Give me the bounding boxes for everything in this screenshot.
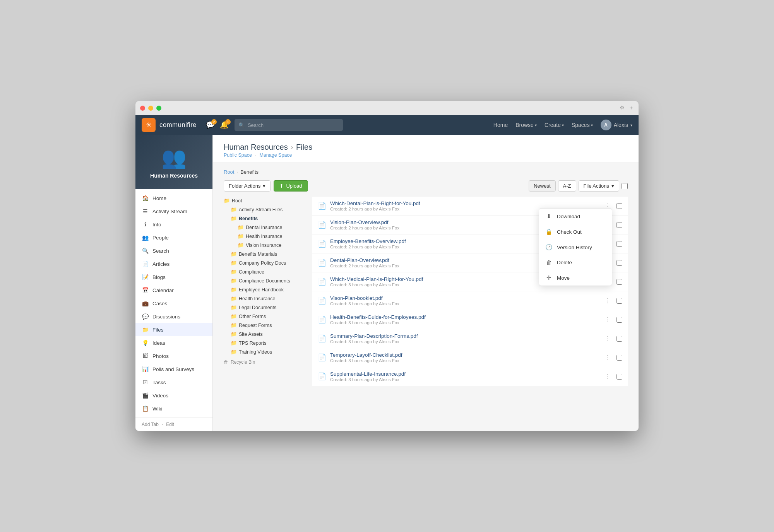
tree-item-employee-handbook[interactable]: 📁 Employee Handbook: [224, 285, 303, 294]
sidebar-item-home[interactable]: 🏠 Home: [135, 192, 212, 205]
context-menu-move[interactable]: ✛ Move: [539, 270, 612, 286]
sidebar-item-calendar[interactable]: 📅 Calendar: [135, 284, 212, 297]
tree-item-dental-insurance[interactable]: 📁 Dental Insurance: [224, 223, 303, 232]
nav-browse[interactable]: Browse ▾: [515, 122, 537, 128]
file-checkbox[interactable]: [616, 222, 622, 228]
pdf-icon: 📄: [318, 296, 326, 305]
sidebar-item-wiki[interactable]: 📋 Wiki: [135, 402, 212, 415]
edit-link[interactable]: Edit: [166, 422, 174, 427]
tree-item-tps-reports[interactable]: 📁 TPS Reports: [224, 339, 303, 347]
sidebar-item-info[interactable]: ℹ Info: [135, 218, 212, 231]
maximize-button[interactable]: [156, 106, 161, 111]
close-button[interactable]: [140, 106, 145, 111]
breadcrumb-root[interactable]: Root: [224, 169, 234, 175]
sidebar-item-discussions[interactable]: 💬 Discussions: [135, 310, 212, 323]
files-sort-area: Newest A-Z File Actions ▾: [529, 180, 628, 192]
manage-space-link[interactable]: Manage Space: [259, 152, 292, 158]
context-menu-checkout[interactable]: 🔒 Check Out: [539, 224, 612, 239]
sidebar-item-cases[interactable]: 💼 Cases: [135, 297, 212, 310]
sidebar-item-activity-stream[interactable]: ☰ Activity Stream: [135, 205, 212, 218]
recycle-bin[interactable]: 🗑 Recycle Bin: [224, 356, 303, 366]
tree-item-compliance[interactable]: 📁 Compliance: [224, 267, 303, 276]
home-icon: 🏠: [142, 195, 149, 201]
file-checkbox[interactable]: [616, 203, 622, 209]
folder-icon: 📁: [231, 287, 237, 293]
photos-icon: 🖼: [142, 353, 149, 359]
context-menu-delete[interactable]: 🗑 Delete: [539, 255, 612, 270]
file-name[interactable]: Temporary-Layoff-Checklist.pdf: [330, 352, 598, 358]
tree-item-legal-documents[interactable]: 📁 Legal Documents: [224, 303, 303, 312]
file-name[interactable]: Summary-Plan-Description-Forms.pdf: [330, 333, 598, 339]
tree-label: Company Policy Docs: [239, 260, 286, 266]
nav-spaces[interactable]: Spaces ▾: [572, 122, 593, 128]
file-checkbox[interactable]: [616, 317, 622, 323]
file-menu-button[interactable]: ⋮: [602, 296, 613, 305]
file-menu-button[interactable]: ⋮: [602, 334, 613, 343]
file-checkbox[interactable]: [616, 241, 622, 247]
section-name: Files: [296, 143, 312, 152]
nav-create[interactable]: Create ▾: [545, 122, 564, 128]
cases-icon: 💼: [142, 300, 149, 306]
tree-item-training-videos[interactable]: 📁 Training Videos: [224, 347, 303, 356]
user-menu[interactable]: A Alexis ▾: [601, 120, 632, 130]
delete-label: Delete: [557, 260, 572, 265]
sort-az-button[interactable]: A-Z: [558, 180, 576, 192]
tree-item-vision-insurance[interactable]: 📁 Vision Insurance: [224, 241, 303, 250]
file-menu-button[interactable]: ⋮: [602, 353, 613, 362]
file-menu-button[interactable]: ⋮: [602, 372, 613, 381]
sidebar-item-search[interactable]: 🔍 Search: [135, 244, 212, 257]
file-checkbox[interactable]: [616, 355, 622, 361]
sidebar-item-discussions-label: Discussions: [152, 314, 180, 320]
sidebar-item-tasks[interactable]: ☑ Tasks: [135, 376, 212, 389]
folder-actions-button[interactable]: Folder Actions ▾: [224, 180, 271, 192]
sort-newest-button[interactable]: Newest: [529, 180, 555, 192]
select-all-checkbox[interactable]: [622, 183, 628, 189]
file-checkbox[interactable]: [616, 260, 622, 266]
file-checkbox[interactable]: [616, 374, 622, 380]
nav-home[interactable]: Home: [493, 122, 508, 128]
upload-button[interactable]: ⬆ Upload: [274, 180, 308, 192]
add-window-icon[interactable]: ＋: [628, 104, 634, 111]
tree-item-health-insurance[interactable]: 📁 Health Insurance: [224, 294, 303, 303]
tree-item-company-policy[interactable]: 📁 Company Policy Docs: [224, 258, 303, 267]
sidebar-item-files[interactable]: 📁 Files: [135, 323, 212, 336]
sidebar-item-videos[interactable]: 🎬 Videos: [135, 389, 212, 402]
file-checkbox[interactable]: [616, 279, 622, 285]
tree-item-other-forms[interactable]: 📁 Other Forms: [224, 312, 303, 321]
sidebar-item-people[interactable]: 👥 People: [135, 231, 212, 244]
sidebar-item-blogs[interactable]: 📝 Blogs: [135, 270, 212, 284]
context-menu-version-history[interactable]: 🕐 Version History: [539, 239, 612, 255]
messages-icon[interactable]: 💬 2: [206, 121, 214, 129]
file-checkbox[interactable]: [616, 298, 622, 304]
file-name[interactable]: Health-Benefits-Guide-for-Employees.pdf: [330, 314, 598, 320]
context-menu-download[interactable]: ⬇ Download: [539, 209, 612, 224]
logo-icon[interactable]: ✳: [142, 118, 156, 132]
tree-item-activity-stream-files[interactable]: 📁 Activity Stream Files: [224, 205, 303, 214]
tree-item-request-forms[interactable]: 📁 Request Forms: [224, 321, 303, 330]
sidebar-item-polls[interactable]: 📊 Polls and Surveys: [135, 363, 212, 376]
file-menu-button[interactable]: ⋮: [602, 315, 613, 324]
logo-area: ✳ communifire: [142, 118, 197, 132]
file-name[interactable]: Vison-Plan-booklet.pdf: [330, 295, 598, 301]
sidebar-item-ideas[interactable]: 💡 Ideas: [135, 336, 212, 349]
settings-icon[interactable]: ⚙: [620, 104, 625, 111]
file-actions-button[interactable]: File Actions ▾: [579, 180, 619, 192]
file-name[interactable]: Supplemental-Life-Insurance.pdf: [330, 371, 598, 377]
file-name[interactable]: Which-Dental-Plan-is-Right-for-You.pdf: [330, 200, 598, 206]
tree-item-health-insurance-sub[interactable]: 📁 Health Insurance: [224, 232, 303, 241]
tree-item-benefits-materials[interactable]: 📁 Benefits Materials: [224, 250, 303, 258]
sidebar-item-photos[interactable]: 🖼 Photos: [135, 349, 212, 363]
public-space-link[interactable]: Public Space: [224, 152, 252, 158]
file-info: Vison-Plan-booklet.pdf Created: 3 hours …: [330, 295, 598, 306]
notifications-icon[interactable]: 🔔 1: [220, 121, 228, 129]
tree-item-benefits[interactable]: 📁 Benefits: [224, 214, 303, 223]
title-bar: ⚙ ＋: [135, 101, 639, 115]
search-input[interactable]: [248, 122, 339, 128]
add-tab-link[interactable]: Add Tab: [142, 422, 159, 427]
sidebar-item-articles[interactable]: 📄 Articles: [135, 257, 212, 270]
tree-root[interactable]: 📁 Root: [224, 196, 303, 205]
minimize-button[interactable]: [148, 106, 153, 111]
tree-item-site-assets[interactable]: 📁 Site Assets: [224, 330, 303, 339]
file-checkbox[interactable]: [616, 336, 622, 342]
tree-item-compliance-docs[interactable]: 📁 Compliance Documents: [224, 276, 303, 285]
